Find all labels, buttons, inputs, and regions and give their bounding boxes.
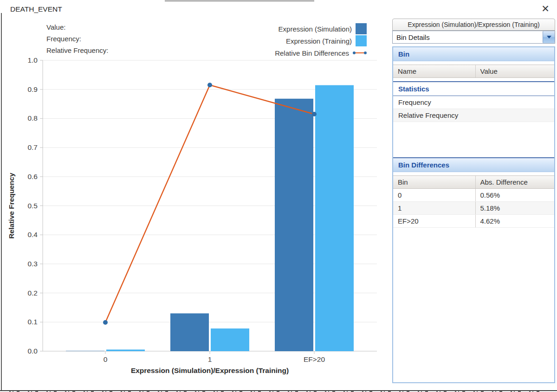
line-marker[interactable] [207,83,212,87]
y-tick-label: 1.0 [27,56,38,64]
y-tick-label: 0.1 [27,318,38,326]
bin-differences-section-header: Bin Differences [393,158,554,172]
table-row: EF>204.62% [393,215,554,228]
bin-details-dropdown[interactable]: Bin Details [392,31,555,44]
bin-details-panel: Bin Name Value Statistics FrequencyRelat… [392,46,555,383]
y-axis-title: Relative Frequency [7,173,15,239]
statistics-list: FrequencyRelative Frequency [393,96,554,122]
training-bar-1[interactable] [211,328,249,351]
simulation-bar-0[interactable] [66,351,104,351]
y-tick-label: 0.8 [27,114,38,122]
simulation-bar-EF>20[interactable] [275,99,313,351]
y-tick-label: 0.2 [27,289,38,297]
y-tick-label: 0.3 [27,260,38,268]
bin-diff-header-bin: Bin [393,176,475,189]
y-tick-label: 0.4 [27,231,38,238]
bin-table-header-name: Name [393,65,475,78]
bin-diff-header-abs-difference: Abs. Difference [475,176,554,189]
y-tick-label: 0.6 [27,173,38,180]
line-marker[interactable] [103,320,108,325]
x-tick-label: EF>20 [304,355,325,363]
bin-table-header-value: Value [475,65,554,78]
bin-section-header: Bin [393,47,554,61]
line-marker[interactable] [312,112,317,116]
training-bar-0[interactable] [106,349,145,351]
y-tick-label: 0.9 [27,85,38,93]
bin-table: Name Value [393,64,554,78]
bin-differences-table: Bin Abs. Difference 00.56%15.18%EF>204.6… [393,175,554,228]
statistic-row: Relative Frequency [393,109,554,122]
dropdown-button[interactable] [543,31,555,43]
statistics-section-header: Statistics [393,82,554,96]
table-row: 15.18% [393,202,554,215]
y-tick-label: 0.5 [27,202,38,210]
x-tick-label: 1 [208,355,212,363]
training-bar-EF>20[interactable] [315,85,354,351]
death-event-dialog: DEATH_EVENT ✕ Value: Frequency: Relative… [0,0,557,392]
histogram-chart[interactable]: 0.00.10.20.30.40.50.60.70.80.91.001EF>20… [0,0,390,392]
y-tick-label: 0.7 [27,143,38,151]
y-tick-label: 0.0 [27,347,38,355]
statistic-row: Frequency [393,96,554,109]
x-axis-title: Expression (Simulation)/Expression (Trai… [131,366,289,374]
close-icon[interactable]: ✕ [538,2,552,15]
dropdown-selected-value: Bin Details [393,33,543,41]
simulation-bar-1[interactable] [170,313,209,351]
chevron-down-icon [547,35,551,39]
table-row: 00.56% [393,189,554,202]
x-tick-label: 0 [104,355,108,363]
panel-tab-expression[interactable]: Expression (Simulation)/Expression (Trai… [392,19,555,31]
